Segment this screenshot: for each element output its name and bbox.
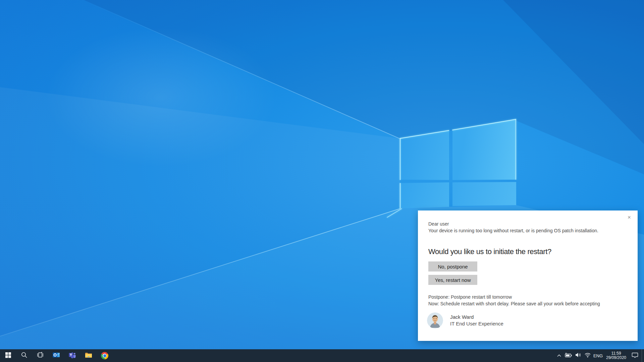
battery-charging-icon xyxy=(565,352,573,359)
search-button[interactable] xyxy=(16,349,32,362)
logo-edge-bottom-left xyxy=(400,183,400,208)
file-explorer-button[interactable] xyxy=(80,349,97,362)
sender-block: Jack Ward IT End User Experience xyxy=(427,312,624,328)
sender-title: IT End User Experience xyxy=(450,320,503,327)
network-button[interactable] xyxy=(583,349,592,362)
close-icon[interactable]: ✕ xyxy=(626,215,632,221)
logo-edge-left xyxy=(400,138,400,180)
speaker-icon xyxy=(575,352,582,359)
volume-button[interactable] xyxy=(574,349,583,362)
wallpaper-logo-glow xyxy=(0,0,322,194)
action-center-icon xyxy=(632,352,638,360)
wifi-icon xyxy=(584,352,591,359)
desktop: ✕ Dear user Your device is running too l… xyxy=(0,0,644,362)
windows-logo-pane-top-left xyxy=(400,130,449,180)
outlook-button[interactable] xyxy=(48,349,64,362)
postpone-button[interactable]: No, postpone xyxy=(428,261,477,272)
clock[interactable]: 11:59 29/09/2020 xyxy=(604,349,628,362)
outlook-icon xyxy=(52,351,60,360)
windows-logo-icon xyxy=(5,352,11,359)
restart-reminder-dialog: ✕ Dear user Your device is running too l… xyxy=(418,210,638,341)
teams-button[interactable] xyxy=(64,349,80,362)
clock-date: 29/09/2020 xyxy=(606,356,626,360)
note-postpone: Postpone: Postpone restart till tomorrow xyxy=(428,294,624,300)
restart-now-button[interactable]: Yes, restart now xyxy=(428,275,477,285)
search-icon xyxy=(21,352,28,360)
logo-edge-top-right xyxy=(452,119,516,130)
language-indicator[interactable]: ENG xyxy=(592,349,604,362)
taskbar-apps xyxy=(0,349,113,362)
avatar xyxy=(427,312,443,328)
task-view-icon xyxy=(37,352,44,360)
task-view-button[interactable] xyxy=(32,349,48,362)
note-now: Now: Schedule restart with short delay. … xyxy=(428,300,624,307)
windows-logo-pane-bottom-left xyxy=(400,182,449,208)
toast-greeting: Dear user xyxy=(428,221,624,227)
folder-icon xyxy=(85,351,93,360)
chevron-up-icon xyxy=(557,353,561,359)
hidden-icons-button[interactable] xyxy=(555,349,564,362)
windows-logo-pane-top-right xyxy=(452,119,516,180)
wallpaper-floor-line xyxy=(0,208,400,337)
taskbar-empty-area xyxy=(113,349,555,362)
battery-button[interactable] xyxy=(564,349,574,362)
show-desktop-button[interactable] xyxy=(642,349,644,362)
start-button[interactable] xyxy=(0,349,16,362)
windows-logo-pane-bottom-right xyxy=(452,182,516,206)
sender-name: Jack Ward xyxy=(450,314,503,320)
system-tray: ENG 11:59 29/09/2020 xyxy=(555,349,644,362)
logo-corner-crease xyxy=(387,208,402,218)
logo-edge-right xyxy=(516,119,516,180)
toast-question: Would you like us to initiate the restar… xyxy=(428,247,624,257)
taskbar: ENG 11:59 29/09/2020 xyxy=(0,349,644,362)
toast-message: Your device is running too long without … xyxy=(428,227,624,234)
teams-icon xyxy=(68,351,76,360)
logo-edge-top-left xyxy=(400,130,449,139)
chrome-icon xyxy=(101,352,108,359)
chrome-button[interactable] xyxy=(97,349,113,362)
action-center-button[interactable] xyxy=(628,349,642,362)
